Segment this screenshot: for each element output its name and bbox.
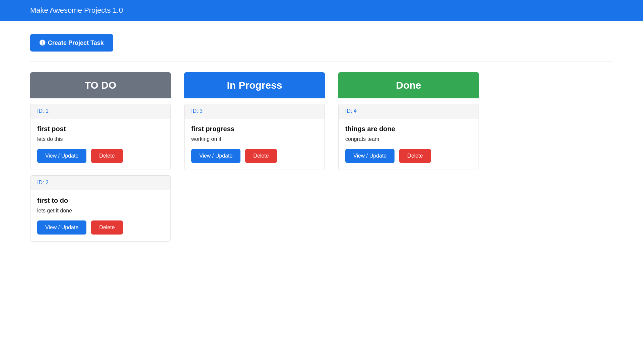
task-id: ID: 4 [345,108,357,114]
task-actions: View / UpdateDelete [191,149,318,163]
task-title: first post [37,125,164,133]
delete-button[interactable]: Delete [91,149,123,163]
column-todo: TO DOID: 1first postlets do thisView / U… [30,72,171,242]
column-body-inprogress: ID: 3first progressworking on itView / U… [184,98,325,170]
task-actions: View / UpdateDelete [37,220,164,235]
task-body: things are donecongrats teamView / Updat… [339,118,479,170]
task-title: things are done [345,125,472,133]
column-done: DoneID: 4things are donecongrats teamVie… [338,72,479,170]
task-card: ID: 4things are donecongrats teamView / … [338,104,479,170]
create-task-label: Create Project Task [48,39,104,47]
column-body-todo: ID: 1first postlets do thisView / Update… [30,98,171,242]
column-inprogress: In ProgressID: 3first progressworking on… [184,72,325,170]
task-id-bar: ID: 1 [30,104,170,118]
delete-button[interactable]: Delete [399,149,431,163]
task-id: ID: 1 [37,108,49,114]
task-id: ID: 2 [37,180,49,185]
task-id-bar: ID: 4 [339,104,479,118]
task-actions: View / UpdateDelete [345,149,472,163]
column-body-done: ID: 4things are donecongrats teamView / … [338,98,479,170]
task-title: first progress [191,125,318,133]
task-description: lets do this [37,136,164,142]
task-card: ID: 3first progressworking on itView / U… [184,104,325,170]
task-description: lets get it done [37,208,164,214]
view-update-button[interactable]: View / Update [345,149,395,163]
task-id-bar: ID: 3 [185,104,325,118]
delete-button[interactable]: Delete [245,149,277,163]
task-actions: View / UpdateDelete [37,149,164,163]
task-body: first to dolets get it doneView / Update… [30,190,170,241]
delete-button[interactable]: Delete [91,220,123,235]
task-id: ID: 3 [191,108,203,114]
task-card: ID: 1first postlets do thisView / Update… [30,104,171,170]
app-title: Make Awesome Projects 1.0 [30,6,123,14]
section-divider [30,62,613,62]
column-header-inprogress: In Progress [184,72,325,98]
create-task-button[interactable]: ➊ Create Project Task [30,34,113,52]
plus-icon: ➊ [40,39,45,47]
task-body: first progressworking on itView / Update… [185,118,325,170]
view-update-button[interactable]: View / Update [37,149,86,163]
view-update-button[interactable]: View / Update [191,149,240,163]
task-description: congrats team [345,136,472,142]
task-title: first to do [37,197,164,204]
main-content: ➊ Create Project Task TO DOID: 1first po… [0,21,643,255]
app-header: Make Awesome Projects 1.0 [0,0,643,21]
column-header-done: Done [338,72,479,98]
task-description: working on it [191,136,318,142]
task-body: first postlets do thisView / UpdateDelet… [30,118,170,170]
task-id-bar: ID: 2 [30,176,170,190]
task-card: ID: 2first to dolets get it doneView / U… [30,175,171,242]
column-header-todo: TO DO [30,72,171,98]
view-update-button[interactable]: View / Update [37,220,86,235]
kanban-board: TO DOID: 1first postlets do thisView / U… [30,72,613,242]
